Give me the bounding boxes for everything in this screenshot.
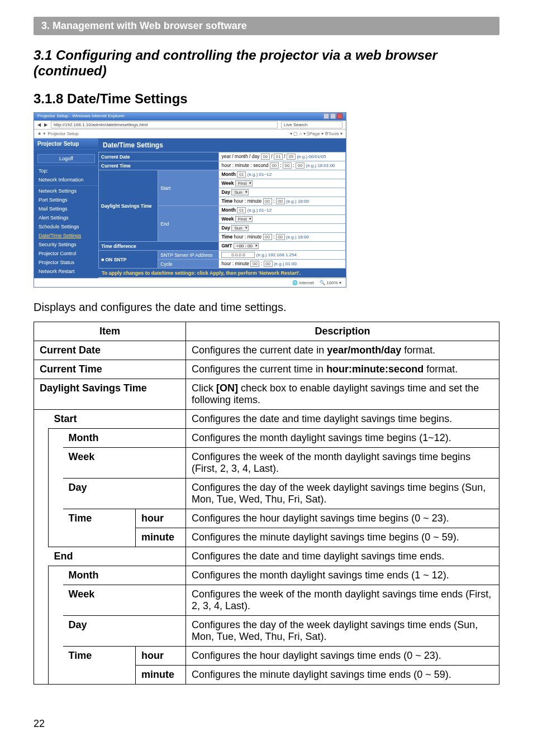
browser-status-bar: 🌐 Internet 🔍 100% ▾ — [34, 278, 346, 287]
page-tab-label[interactable]: Projector Setup — [47, 131, 78, 136]
start-time-hint: hour : minute — [234, 198, 262, 204]
nav-projector-control[interactable]: Projector Control — [34, 249, 98, 258]
end-week-label: Week — [221, 216, 234, 222]
nav-logoff[interactable]: Logoff — [37, 154, 95, 163]
cycle-hour-input[interactable]: 00 — [250, 261, 259, 267]
toolbar-tools[interactable]: ▾ ▢ ⌂ ▾ ⍰Page ▾ ⚙Tools ▾ — [290, 131, 342, 136]
desc-s-day: Configures the day of the week daylight … — [186, 479, 499, 509]
time-eg: (e.g.) 18:01:00 — [306, 163, 335, 168]
chapter-banner: 3. Management with Web browser software — [34, 17, 499, 35]
desc-e-month: Configures the month daylight savings ti… — [186, 566, 499, 585]
row-dst-label: Daylight Savings Time — [99, 170, 158, 242]
nav-projector-status[interactable]: Projector Status — [34, 258, 98, 267]
desc-s-hour: Configures the hour daylight savings tim… — [186, 509, 499, 528]
desc-s-week: Configures the week of the month dayligh… — [186, 448, 499, 479]
apply-note: To apply changes to date/time settings: … — [98, 269, 346, 277]
sidebar-nav: Projector Setup Logoff Top: Network Info… — [34, 138, 98, 278]
hour-input[interactable]: 00 — [270, 162, 279, 169]
start-month-input[interactable]: 01 — [237, 171, 246, 178]
nav-back-icon[interactable]: ◀ — [37, 122, 41, 127]
cycle-hint: hour : minute — [221, 261, 249, 266]
settings-screenshot: Projector Setup - Windows Internet Explo… — [34, 112, 346, 288]
start-day-select[interactable]: Sun — [231, 189, 248, 195]
end-month-eg: (e.g.) 01~12 — [248, 208, 272, 213]
nav-fwd-icon[interactable]: ▶ — [44, 122, 47, 127]
sntp-ip-eg: (e.g.) 192.168.1.254 — [256, 252, 297, 257]
window-titlebar: Projector Setup - Windows Internet Explo… — [34, 113, 346, 121]
start-week-select[interactable]: First — [235, 180, 253, 186]
indent-end — [49, 566, 63, 685]
desc-e-week: Configures the week of the month dayligh… — [186, 585, 499, 616]
nav-port-settings[interactable]: Port Settings — [34, 195, 98, 204]
start-minute-input[interactable]: 00 — [276, 198, 285, 204]
desc-s-min: Configures the minute daylight savings t… — [186, 528, 499, 547]
panel-title: Date/Time Settings — [98, 138, 346, 152]
end-week-select[interactable]: First — [235, 216, 253, 222]
status-zoom: 🔍 100% ▾ — [320, 280, 341, 285]
end-hour-input[interactable]: 00 — [263, 234, 272, 240]
date-eg: (e.g.) 06/01/05 — [297, 154, 326, 159]
item-s-month: Month — [63, 429, 186, 448]
search-field[interactable]: Live Search — [281, 121, 342, 128]
month-input[interactable]: 01 — [274, 154, 283, 160]
end-time-hint: hour : minute — [234, 234, 262, 240]
nav-alert-settings[interactable]: Alert Settings — [34, 213, 98, 222]
gmt-select[interactable]: +00 : 00 — [234, 243, 259, 249]
nav-schedule-settings[interactable]: Schedule Settings — [34, 222, 98, 231]
item-s-time: Time — [63, 509, 136, 547]
gmt-label: GMT — [221, 243, 232, 248]
th-item: Item — [34, 322, 186, 341]
indent-start — [49, 429, 63, 547]
start-time-eg: (e.g.) 18:00 — [286, 199, 309, 204]
intro-text: Displays and configures the date and tim… — [34, 301, 499, 314]
desc-e-day: Configures the day of the week daylight … — [186, 616, 499, 647]
item-start: Start — [49, 410, 186, 429]
row-current-date-value: year / month / day 06 / 01 / 05 (e.g.) 0… — [219, 152, 346, 161]
url-field[interactable]: http://192.168.1.10/admin/datetimesettin… — [51, 121, 278, 128]
cycle-minute-input[interactable]: 00 — [264, 261, 273, 267]
end-month-input[interactable]: 01 — [237, 207, 246, 213]
desc-e-min: Configures the minute daylight savings t… — [186, 666, 499, 685]
row-sntp-label: ■ ON SNTP — [99, 251, 158, 269]
settings-description-table: Item Description Current Date Configures… — [34, 322, 499, 685]
start-month-eg: (e.g.) 01~12 — [248, 172, 272, 177]
desc-current-time: Configures the current time in hour:minu… — [186, 360, 499, 379]
nav-network-info[interactable]: Network Information — [34, 175, 98, 184]
start-month-label: Month — [221, 171, 236, 177]
browser-toolbar: ★ ✦ Projector Setup ▾ ▢ ⌂ ▾ ⍰Page ▾ ⚙Too… — [34, 130, 346, 138]
sntp-ip-input[interactable]: 0.0.0.0 — [221, 252, 255, 258]
nav-security-settings[interactable]: Security Settings — [34, 240, 98, 249]
year-input[interactable]: 06 — [261, 154, 270, 160]
row-timediff-label: Time difference — [99, 242, 219, 251]
end-day-label: Day — [221, 225, 230, 231]
minute-input[interactable]: 00 — [283, 162, 292, 169]
nav-network-settings[interactable]: Network Settings — [34, 185, 98, 195]
settings-panel: Date/Time Settings Current Date year / m… — [98, 138, 346, 278]
desc-dst: Click [ON] check box to enable daylight … — [186, 379, 499, 410]
item-e-day: Day — [63, 616, 186, 647]
item-dst: Daylight Savings Time — [34, 379, 186, 410]
start-day-label: Day — [221, 189, 230, 195]
start-hour-input[interactable]: 00 — [263, 198, 272, 204]
item-s-day: Day — [63, 479, 186, 509]
window-title: Projector Setup - Windows Internet Explo… — [37, 113, 125, 120]
item-s-min: minute — [136, 528, 186, 547]
item-e-hour: hour — [136, 647, 186, 666]
indent-dst — [34, 410, 49, 685]
browser-address-bar: ◀ ▶ http://192.168.1.10/admin/datetimese… — [34, 121, 346, 130]
nav-datetime-settings[interactable]: Date/Time Settings — [34, 231, 98, 240]
end-day-select[interactable]: Sun — [231, 225, 248, 231]
item-e-min: minute — [136, 666, 186, 685]
item-s-week: Week — [63, 448, 186, 479]
section-heading-sub: 3.1.8 Date/Time Settings — [34, 91, 499, 107]
item-e-month: Month — [63, 566, 186, 585]
day-input[interactable]: 05 — [287, 154, 296, 160]
end-minute-input[interactable]: 00 — [276, 234, 285, 240]
start-time-label: Time — [221, 198, 232, 204]
sidebar-brand: Projector Setup — [34, 138, 98, 150]
nav-mail-settings[interactable]: Mail Settings — [34, 204, 98, 213]
sntp-on-check[interactable]: ■ ON — [101, 257, 112, 262]
nav-network-restart[interactable]: Network Restart — [34, 267, 98, 276]
second-input[interactable]: 00 — [296, 162, 304, 169]
nav-top[interactable]: Top: — [34, 165, 98, 175]
